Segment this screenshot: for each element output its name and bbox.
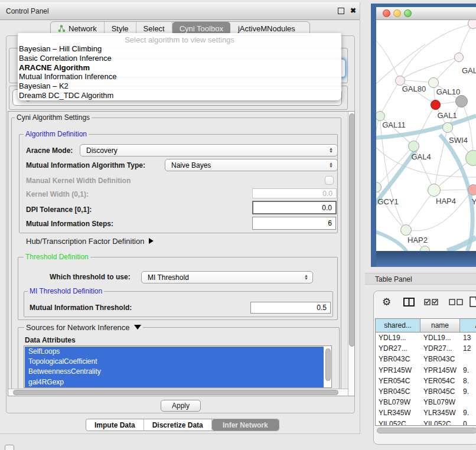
tab-infer-network[interactable]: Infer Network xyxy=(212,419,279,431)
network-node-gal1[interactable] xyxy=(431,100,441,110)
popup-item[interactable]: Bayesian – Hill Climbing xyxy=(18,44,341,54)
table-cell[interactable]: YBR043C xyxy=(420,354,460,364)
table-cell[interactable]: 9. xyxy=(460,365,476,376)
network-node-gal10[interactable] xyxy=(428,77,439,88)
mi-threshold-input[interactable]: 0.5 xyxy=(250,302,331,314)
which-threshold-label: Which threshold to use: xyxy=(50,273,131,281)
close-icon[interactable]: ✖ xyxy=(350,6,356,15)
table-cell[interactable]: YDR27... xyxy=(376,343,420,354)
table-cell[interactable]: YBR045C xyxy=(376,386,420,397)
table-cell[interactable]: 9. xyxy=(460,407,476,418)
table-cell[interactable]: YIL052C xyxy=(420,419,460,426)
vertical-scrollbar-thumb[interactable] xyxy=(349,113,355,347)
horizontal-scrollbar-thumb[interactable] xyxy=(13,390,338,395)
float-window-icon[interactable] xyxy=(338,8,344,14)
table-cell[interactable]: YIL052C xyxy=(376,419,420,426)
collapsed-panel-icon[interactable] xyxy=(5,445,14,450)
table-cell[interactable]: YPR145W xyxy=(376,365,420,376)
network-node-salmon[interactable] xyxy=(468,184,476,195)
minimize-traffic-light[interactable] xyxy=(393,9,401,17)
manual-kernel-checkbox[interactable] xyxy=(325,176,334,185)
tab-network-label: Network xyxy=(69,24,97,33)
dpi-tolerance-input[interactable]: 0.0 xyxy=(252,201,337,214)
mi-steps-input[interactable]: 6 xyxy=(252,217,336,230)
table-cell[interactable]: YDL19... xyxy=(420,332,460,343)
node-label-gal80: GAL80 xyxy=(402,84,426,93)
network-node-hap2[interactable] xyxy=(400,224,412,236)
which-threshold-combo[interactable]: MI Threshold ▲▼ xyxy=(141,271,313,283)
table-cell[interactable] xyxy=(460,397,476,407)
table-cell[interactable]: YLR345W xyxy=(376,407,420,418)
list-item-selected[interactable]: BetweennessCentrality xyxy=(25,367,324,377)
popup-item[interactable]: Bayesian – K2 xyxy=(18,81,341,91)
table-cell[interactable]: YER054C xyxy=(420,376,460,386)
table-cell[interactable]: 12 xyxy=(460,343,476,354)
popup-item[interactable]: Mutual Information Inference xyxy=(18,72,341,81)
table-panel-title: Table Panel xyxy=(375,275,412,283)
list-scrollbar-thumb[interactable] xyxy=(325,348,331,381)
node-label-gal4: GAL4 xyxy=(411,152,431,161)
network-node-hap4[interactable] xyxy=(428,184,441,197)
table-cell[interactable]: YDR27... xyxy=(420,343,460,354)
manual-kernel-label: Manual Kernel Width Definition xyxy=(26,177,131,185)
table-cell[interactable]: 13 xyxy=(460,332,476,343)
popup-item-selected[interactable]: ARACNE Algorithm xyxy=(18,63,341,73)
table-cell[interactable]: YPR145W xyxy=(420,365,460,376)
table-cell[interactable]: YBR045C xyxy=(420,386,460,397)
network-node-gray[interactable] xyxy=(455,95,468,107)
table-hscrollbar-thumb[interactable] xyxy=(377,428,476,433)
network-node-gal4[interactable] xyxy=(408,141,419,152)
table-cell[interactable]: 9. xyxy=(460,386,476,397)
table-cell[interactable]: YBR043C xyxy=(376,354,420,364)
table-cell[interactable]: YER054C xyxy=(376,376,420,386)
table-cell[interactable]: YDL19... xyxy=(376,332,420,343)
network-view-window: GAL GAL80 GAL10 GAL1 GAL11 SWI4 GAL4 GCY… xyxy=(371,4,476,267)
new-table-icon[interactable] xyxy=(469,296,476,307)
column-header-partial[interactable]: A xyxy=(460,319,476,332)
popup-placeholder: Select algorithm to view settings xyxy=(18,33,341,44)
cyni-algorithm-settings-title: Cyni Algorithm Settings xyxy=(15,113,92,122)
list-item-selected[interactable]: gal4RGexp xyxy=(25,377,324,387)
node-table: shared... name A YDL19... YDL19... 13 YD… xyxy=(375,318,476,426)
hub-definition-toggle[interactable]: Hub/Transcription Factor Definition xyxy=(26,237,154,246)
popup-item[interactable]: Dream8 DC_TDC Algorithm xyxy=(18,91,341,100)
node-label-gal11: GAL11 xyxy=(382,120,406,129)
column-header-shared-name[interactable]: shared... xyxy=(376,319,420,332)
tab-impute-data[interactable]: Impute Data xyxy=(86,419,144,431)
table-cell[interactable] xyxy=(460,354,476,364)
list-item-selected[interactable]: TopologicalCoefficient xyxy=(25,357,324,367)
column-header-name[interactable]: name xyxy=(420,319,460,332)
network-node[interactable] xyxy=(468,20,476,29)
network-node-gal80[interactable] xyxy=(395,76,405,86)
network-node-swi4[interactable] xyxy=(442,122,453,133)
network-node[interactable] xyxy=(454,53,464,62)
algorithm-dropdown-popup: Select algorithm to view settings Bayesi… xyxy=(18,33,341,100)
stepper-arrows-icon: ▲▼ xyxy=(329,145,333,156)
table-cell[interactable]: 8. xyxy=(460,376,476,386)
kernel-width-input[interactable]: 0.0 xyxy=(252,188,337,198)
network-node-gal11[interactable] xyxy=(376,111,385,121)
network-canvas[interactable]: GAL GAL80 GAL10 GAL1 GAL11 SWI4 GAL4 GCY… xyxy=(376,20,476,251)
table-panel-window: ⚙ shared... name A YDL19... YDL19... 13 … xyxy=(373,291,476,445)
zoom-traffic-light[interactable] xyxy=(404,9,412,17)
gear-icon[interactable]: ⚙ xyxy=(382,296,391,308)
popup-item[interactable]: Basic Correlation Inference xyxy=(18,54,341,63)
close-traffic-light[interactable] xyxy=(383,9,390,17)
mi-threshold-title: MI Threshold Definition xyxy=(28,287,104,295)
unselect-all-columns-icon[interactable] xyxy=(449,299,463,305)
node-label-hap2: HAP2 xyxy=(407,236,428,244)
select-all-columns-icon[interactable] xyxy=(424,299,438,305)
apply-button[interactable]: Apply xyxy=(161,400,201,412)
aracne-mode-combo[interactable]: Discovery ▲▼ xyxy=(80,144,338,156)
tab-discretize-data[interactable]: Discretize Data xyxy=(144,419,212,431)
table-cell[interactable]: YBL079W xyxy=(420,397,460,407)
table-cell[interactable]: 0. xyxy=(460,419,476,426)
mi-algorithm-type-combo[interactable]: Naive Bayes ▲▼ xyxy=(165,159,338,171)
table-cell[interactable]: YBL079W xyxy=(376,397,420,407)
table-cell[interactable]: YLR345W xyxy=(420,407,460,418)
cyni-toolbox-panel: Inference Algorithm galFiltered.sif defa… xyxy=(6,35,355,413)
split-view-icon[interactable] xyxy=(403,298,415,306)
list-item-selected[interactable]: SelfLoops xyxy=(25,347,324,357)
dpi-tolerance-label: DPI Tolerance [0,1]: xyxy=(26,206,92,214)
sources-toggle[interactable]: Sources for Network Inference xyxy=(24,323,143,332)
